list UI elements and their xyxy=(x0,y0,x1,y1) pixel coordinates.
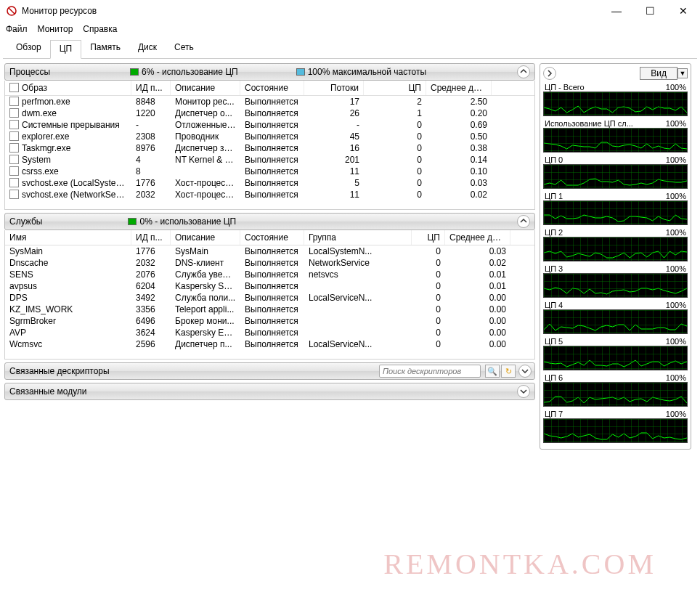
cpu-graph: ЦП 3100% xyxy=(543,264,688,298)
services-title: Службы xyxy=(9,216,42,227)
close-button[interactable]: ✕ xyxy=(667,0,700,22)
table-row[interactable]: Wcmsvc2596Диспетчер п...ВыполняетсяLocal… xyxy=(5,338,534,350)
menu-file[interactable]: Файл xyxy=(6,24,28,34)
graph-pct: 100% xyxy=(666,83,686,92)
search-icon[interactable]: 🔍 xyxy=(485,365,500,378)
graph-pct: 100% xyxy=(666,373,686,382)
collapse-button[interactable] xyxy=(517,215,530,228)
graph-pct: 100% xyxy=(666,119,686,128)
view-button[interactable]: Вид xyxy=(640,67,677,80)
table-row[interactable]: csrss.exe8Выполняется1100.10 xyxy=(5,166,534,177)
col-state[interactable]: Состояние xyxy=(240,81,304,95)
row-checkbox[interactable] xyxy=(9,178,19,187)
table-row[interactable]: SgrmBroker6496Брокер мони...Выполняется0… xyxy=(5,315,534,327)
table-row[interactable]: DPS3492Служба поли...ВыполняетсяLocalSer… xyxy=(5,292,534,304)
freq-label: 100% максимальной частоты xyxy=(308,67,426,77)
table-row[interactable]: Dnscache2032DNS-клиентВыполняетсяNetwork… xyxy=(5,257,534,269)
menu-monitor[interactable]: Монитор xyxy=(38,24,73,34)
app-icon xyxy=(6,5,17,17)
graph-pct: 100% xyxy=(666,192,686,200)
table-row[interactable]: explorer.exe2308ПроводникВыполняется4500… xyxy=(5,131,534,142)
minimize-button[interactable]: — xyxy=(600,0,633,22)
table-row[interactable]: AVP3624Kaspersky End...Выполняется00.00 xyxy=(5,327,534,338)
svg-line-1 xyxy=(9,8,15,14)
tab-memory[interactable]: Память xyxy=(81,39,129,58)
table-row[interactable]: svchost.exe (NetworkService...2032Хост-п… xyxy=(5,189,534,200)
col-avg[interactable]: Среднее для ... xyxy=(445,230,510,245)
select-all-checkbox[interactable] xyxy=(9,83,19,92)
cpu-graph: ЦП 6100% xyxy=(543,373,688,407)
section-modules: Связанные модули xyxy=(4,383,535,400)
tab-cpu[interactable]: ЦП xyxy=(50,40,82,59)
process-column-headers[interactable]: Образ ИД п... Описание Состояние Потоки … xyxy=(5,81,534,96)
table-row[interactable]: svchost.exe (LocalSystemNet...1776Хост-п… xyxy=(5,177,534,189)
cpu-graph: ЦП 0100% xyxy=(543,155,688,189)
cpu-usage-label: 6% - использование ЦП xyxy=(142,67,238,77)
search-descriptors-input[interactable] xyxy=(379,365,481,378)
row-checkbox[interactable] xyxy=(9,155,19,164)
row-checkbox[interactable] xyxy=(9,97,19,106)
col-name[interactable]: Имя xyxy=(5,230,131,245)
tab-overview[interactable]: Обзор xyxy=(7,39,50,58)
table-row[interactable]: SysMain1776SysMainВыполняетсяLocalSystem… xyxy=(5,245,534,257)
graph-pct: 100% xyxy=(666,155,686,164)
col-state[interactable]: Состояние xyxy=(240,230,304,245)
cpu-graph: ЦП 5100% xyxy=(543,337,688,370)
modules-title: Связанные модули xyxy=(9,386,87,397)
chevron-down-icon[interactable]: ▼ xyxy=(677,68,688,78)
expand-button[interactable] xyxy=(517,385,530,398)
graph-pct: 100% xyxy=(666,301,686,309)
col-cpu[interactable]: ЦП xyxy=(412,230,445,245)
section-handles: Связанные дескрипторы 🔍 ↻ xyxy=(4,362,535,380)
table-row[interactable]: Системные прерывания-Отложенные ...Выпол… xyxy=(5,119,534,131)
table-row[interactable]: perfmon.exe8848Монитор рес...Выполняется… xyxy=(5,96,534,107)
expand-button[interactable] xyxy=(518,365,532,378)
graph-label: ЦП 7 xyxy=(545,410,563,418)
table-row[interactable]: dwm.exe1220Диспетчер о...Выполняется2610… xyxy=(5,107,534,119)
col-pid[interactable]: ИД п... xyxy=(131,81,171,95)
row-checkbox[interactable] xyxy=(9,108,19,118)
graph-label: ЦП 3 xyxy=(545,264,563,273)
cpu-usage-swatch xyxy=(130,68,139,76)
table-row[interactable]: Taskmgr.exe8976Диспетчер за...Выполняетс… xyxy=(5,142,534,154)
tab-network[interactable]: Сеть xyxy=(166,39,203,58)
service-column-headers[interactable]: Имя ИД п... Описание Состояние Группа ЦП… xyxy=(5,230,534,245)
row-checkbox[interactable] xyxy=(9,190,19,199)
refresh-icon[interactable]: ↻ xyxy=(501,365,516,378)
processes-title: Процессы xyxy=(9,67,50,77)
row-checkbox[interactable] xyxy=(9,131,19,141)
tab-disk[interactable]: Диск xyxy=(129,39,166,58)
col-avg[interactable]: Среднее для ... xyxy=(426,81,492,95)
menu-help[interactable]: Справка xyxy=(83,24,117,34)
table-row[interactable]: SENS2076Служба уведо...Выполняетсяnetsvc… xyxy=(5,269,534,280)
graph-label: ЦП 4 xyxy=(545,301,563,309)
col-cpu[interactable]: ЦП xyxy=(364,81,426,95)
row-checkbox[interactable] xyxy=(9,143,19,153)
svc-cpu-swatch xyxy=(128,218,137,225)
col-desc[interactable]: Описание xyxy=(171,81,240,95)
graph-nav-icon[interactable] xyxy=(543,67,556,80)
menubar: Файл Монитор Справка xyxy=(0,22,700,36)
section-processes: Процессы 6% - использование ЦП 100% макс… xyxy=(4,63,535,210)
graph-label: Использование ЦП сл... xyxy=(545,119,633,128)
col-group[interactable]: Группа xyxy=(304,230,412,245)
graph-pct: 100% xyxy=(666,228,686,237)
table-row[interactable]: KZ_IMS_WORK3356Teleport appli...Выполняе… xyxy=(5,304,534,315)
row-checkbox[interactable] xyxy=(9,120,19,129)
col-desc[interactable]: Описание xyxy=(171,230,240,245)
row-checkbox[interactable] xyxy=(9,166,19,176)
maximize-button[interactable]: ☐ xyxy=(633,0,667,22)
graph-label: ЦП - Всего xyxy=(545,83,585,92)
graph-label: ЦП 1 xyxy=(545,192,563,200)
col-image[interactable]: Образ xyxy=(22,83,47,93)
col-pid[interactable]: ИД п... xyxy=(131,230,171,245)
window-title: Монитор ресурсов xyxy=(22,6,97,16)
titlebar: Монитор ресурсов — ☐ ✕ xyxy=(0,0,700,22)
collapse-button[interactable] xyxy=(517,65,530,78)
graph-label: ЦП 0 xyxy=(545,155,563,164)
col-threads[interactable]: Потоки xyxy=(304,81,364,95)
graph-label: ЦП 5 xyxy=(545,337,563,346)
table-row[interactable]: System4NT Kernel & S...Выполняется20100.… xyxy=(5,154,534,166)
table-row[interactable]: avpsus6204Kaspersky Sea...Выполняется00.… xyxy=(5,280,534,292)
cpu-graph: Использование ЦП сл...100% xyxy=(543,119,688,153)
